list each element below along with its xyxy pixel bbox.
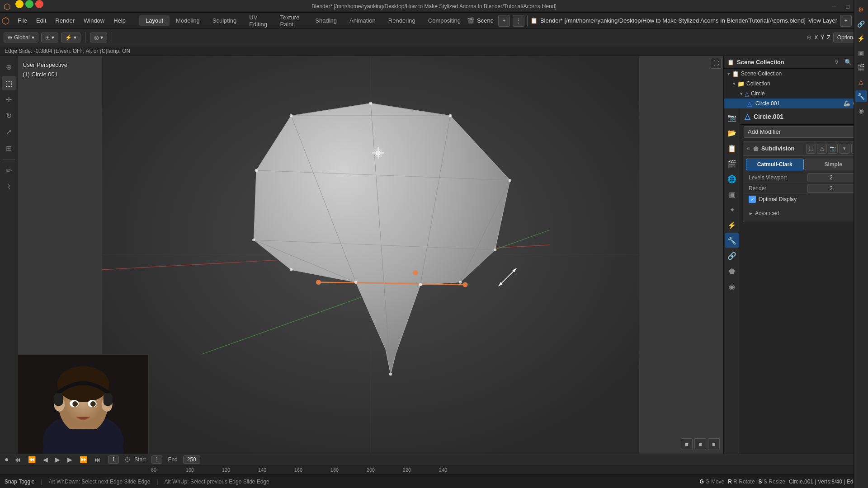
tab-layout[interactable]: Layout	[139, 15, 170, 26]
mod-vis-toggle[interactable]: ○	[747, 145, 750, 152]
new-layer-btn[interactable]: +	[840, 15, 852, 27]
advanced-expand-icon: ▸	[750, 210, 752, 216]
start-frame-value: 1	[156, 456, 159, 463]
optimal-display-label: Optimal Display	[759, 196, 797, 202]
move-tool[interactable]: ✛	[2, 92, 16, 107]
measure-tool[interactable]: ⌇	[2, 179, 16, 194]
prop-tab-output[interactable]: 📂	[725, 126, 739, 140]
win-maximize-btn[interactable]: □	[841, 0, 854, 13]
render-input[interactable]: 2	[807, 184, 855, 193]
win-minimize-btn[interactable]: ─	[827, 0, 841, 13]
tab-animation[interactable]: Animation	[343, 15, 382, 26]
pivot-btn[interactable]: ⊞ ▾	[41, 33, 58, 42]
right-panel: 📋 Scene Collection ⊽ 🔍 + ▾ 📋 Scene Colle…	[723, 56, 868, 454]
menubar: ⬡ File Edit Render Window Help Layout Mo…	[0, 13, 868, 29]
add-modifier-btn[interactable]: Add Modifier ▾	[744, 126, 864, 138]
r-hint: R R Rotate	[728, 479, 755, 485]
ri-material-icon[interactable]: ◉	[855, 108, 867, 117]
prop-tab-scene[interactable]: 🎬	[725, 156, 739, 171]
prop-tab-physics[interactable]: ⚡	[725, 218, 739, 232]
circle-row[interactable]: ▾ △ Circle ○	[724, 89, 868, 99]
prop-tab-object[interactable]: ▣	[725, 187, 739, 202]
rotate-tool[interactable]: ↻	[2, 108, 16, 123]
outliner-search-icon[interactable]: 🔍	[843, 57, 853, 67]
play-btn[interactable]: ▶	[53, 455, 62, 464]
playback-options-icon[interactable]: ●	[5, 455, 9, 464]
scene-label: Scene	[477, 17, 494, 24]
start-frame-input[interactable]: 1	[151, 455, 163, 464]
prop-tab-constraints[interactable]: 🔗	[725, 249, 739, 263]
step-fwd-btn[interactable]: ⏩	[78, 455, 89, 464]
annotate-tool[interactable]: ✏	[2, 163, 16, 178]
webcam-feed	[18, 355, 148, 454]
scene-collection-row[interactable]: ▾ 📋 Scene Collection ○	[724, 69, 868, 79]
tab-texture-paint[interactable]: Texture Paint	[274, 12, 309, 29]
scene-options-btn[interactable]: ⋮	[513, 15, 524, 27]
new-scene-btn[interactable]: +	[498, 15, 510, 27]
tab-compositing[interactable]: Compositing	[422, 15, 467, 26]
snapping-btn[interactable]: ⚡ ▾	[61, 33, 80, 42]
jump-start-btn[interactable]: ⏮	[13, 455, 23, 464]
select-tool[interactable]: ⬚	[2, 76, 16, 90]
viewport-mode-icon2[interactable]: ■	[694, 438, 706, 450]
tab-rendering[interactable]: Rendering	[382, 15, 422, 26]
prop-panel-header: △ Circle.001 📌	[740, 108, 868, 125]
col-icon: 📁	[737, 80, 745, 87]
shortcut-hints: G G Move R R Rotate S S Resize Circle.00…	[700, 479, 863, 485]
prop-tab-world[interactable]: 🌐	[725, 172, 739, 186]
proportional-editing-btn[interactable]: ◎ ▾	[90, 33, 107, 42]
svg-point-56	[80, 409, 86, 413]
scale-tool[interactable]: ⤢	[2, 125, 16, 139]
step-back-btn[interactable]: ⏪	[26, 455, 38, 464]
prop-tab-data[interactable]: ⬟	[725, 264, 739, 278]
svg-point-20	[449, 114, 452, 117]
prop-tab-particles[interactable]: ✦	[725, 202, 739, 217]
menu-file[interactable]: File	[13, 15, 32, 26]
tab-shading[interactable]: Shading	[309, 15, 343, 26]
advanced-header[interactable]: ▸ Advanced	[746, 207, 862, 219]
menu-render[interactable]: Render	[51, 15, 79, 26]
menu-window[interactable]: Window	[79, 15, 109, 26]
current-frame-value: 1	[112, 456, 115, 463]
optimal-display-row: ✓ Optimal Display	[743, 194, 865, 205]
mod-expand-icon[interactable]: ▾	[840, 144, 849, 154]
prop-tab-render[interactable]: 📷	[725, 110, 739, 125]
prop-tab-material[interactable]: ◉	[725, 279, 739, 294]
circ001-label: Circle.001	[755, 100, 842, 107]
levels-viewport-input[interactable]: 2	[807, 173, 855, 182]
svg-point-28	[252, 239, 255, 242]
statusbar-bottom: Snap Toggle | Alt WhDown: Select next Ed…	[0, 474, 868, 488]
tab-uv-editing[interactable]: UV Editing	[243, 12, 274, 29]
viewport[interactable]: User Perspective (1) Circle.001	[18, 56, 723, 454]
jump-end-btn[interactable]: ⏭	[93, 455, 103, 464]
prop-tab-view-layer[interactable]: 📋	[725, 141, 739, 155]
catmull-clark-btn[interactable]: Catmull-Clark	[746, 159, 804, 170]
outliner-filter-icon[interactable]: ⊽	[832, 57, 842, 67]
window-title: Blender* [/mnt/home/ryanking/Desktop/How…	[311, 3, 557, 9]
menu-edit[interactable]: Edit	[32, 15, 51, 26]
current-frame-input[interactable]: 1	[108, 455, 119, 464]
close-icon	[35, 0, 43, 8]
svg-point-54	[72, 401, 78, 407]
optimal-display-checkbox[interactable]: ✓	[749, 196, 756, 203]
ruler-180: 180	[316, 467, 353, 473]
prop-tab-modifier[interactable]: 🔧	[725, 233, 739, 248]
cursor-tool[interactable]: ⊕	[2, 60, 16, 74]
add-modifier-label: Add Modifier	[748, 128, 781, 135]
viewport-mode-icon1[interactable]: ■	[681, 438, 693, 450]
frame-back-btn[interactable]: ◀	[41, 455, 50, 464]
menu-help[interactable]: Help	[109, 15, 130, 26]
viewport-maximize-btn[interactable]: ⛶	[711, 58, 722, 69]
transform-tool[interactable]: ⊞	[2, 141, 16, 155]
transform-orientation-btn[interactable]: ⊕ Global ▾	[4, 33, 38, 42]
mod-edit-icon[interactable]: ⬚	[806, 144, 816, 154]
mod-cage-icon[interactable]: △	[817, 144, 827, 154]
mod-render-icon[interactable]: 📷	[828, 144, 838, 154]
tab-sculpting[interactable]: Sculpting	[206, 15, 243, 26]
end-frame-input[interactable]: 250	[183, 455, 200, 464]
viewport-mode-icon3[interactable]: ■	[708, 438, 720, 450]
collection-row[interactable]: ▾ 📁 Collection ○	[724, 79, 868, 89]
frame-fwd-btn[interactable]: ▶	[66, 455, 74, 464]
tab-modeling[interactable]: Modeling	[170, 15, 206, 26]
circle-001-row[interactable]: △ Circle.001 🦾 ⚙ 👁	[724, 99, 868, 108]
